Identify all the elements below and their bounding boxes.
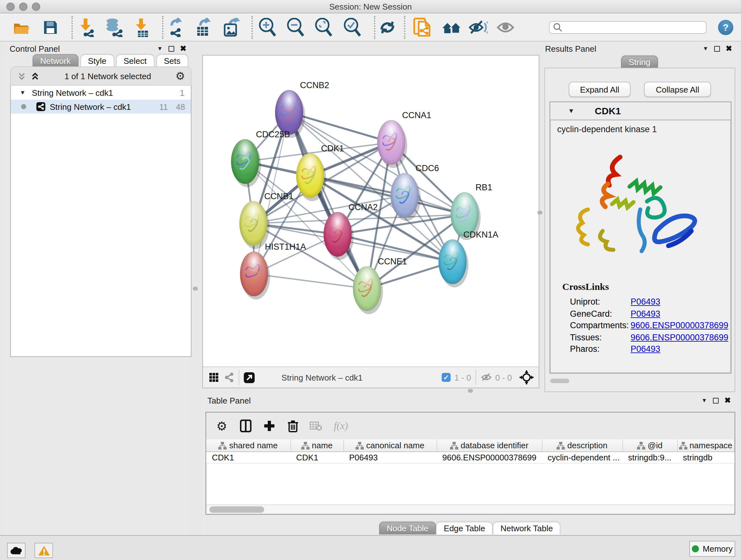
table-horizontal-scrollbar[interactable]: [207, 504, 734, 513]
memory-button[interactable]: Memory: [689, 541, 735, 557]
tab-network-table[interactable]: Network Table: [493, 522, 560, 535]
import-network-file-icon[interactable]: [77, 18, 96, 37]
cloud-status-button[interactable]: [7, 543, 25, 558]
network-view-toolbar: String Network – cdk1 ✓ 1 - 0 0 - 0: [203, 367, 539, 388]
tab-sets[interactable]: Sets: [156, 54, 188, 67]
network-node-cdkn1a[interactable]: CDKN1A: [439, 230, 498, 287]
status-bar: Memory: [0, 535, 741, 560]
close-panel-icon[interactable]: ✖: [726, 45, 732, 52]
network-edge[interactable]: [254, 274, 367, 289]
toolbar-separator: [252, 16, 253, 39]
string-import-icon[interactable]: [413, 18, 432, 37]
crosslink-uniprot[interactable]: P06493: [630, 297, 660, 307]
collapse-all-networks-icon[interactable]: [17, 71, 27, 81]
gene-card-header[interactable]: ▼ CDK1: [550, 102, 731, 120]
help-button[interactable]: ?: [718, 20, 733, 35]
network-node-ccne1[interactable]: CCNE1: [353, 257, 407, 314]
network-edge[interactable]: [289, 112, 367, 289]
node-table[interactable]: shared name name canonical name database…: [206, 439, 734, 463]
pan-crosshair-icon[interactable]: [520, 370, 534, 384]
import-table-file-icon[interactable]: [133, 18, 152, 37]
panel-menu-icon[interactable]: ▼: [703, 45, 709, 52]
panel-menu-icon[interactable]: ▼: [157, 45, 163, 52]
collapse-all-button[interactable]: Collapse All: [644, 82, 711, 97]
tab-node-table[interactable]: Node Table: [379, 522, 436, 535]
collection-expander-icon[interactable]: ▼: [20, 89, 25, 96]
search-input[interactable]: [549, 21, 706, 34]
export-network-icon[interactable]: [166, 18, 185, 37]
column-header: @id: [622, 439, 677, 451]
node-label: CCNA1: [402, 111, 431, 120]
zoom-in-icon[interactable]: [258, 18, 277, 37]
birds-eye-grid-icon[interactable]: [209, 372, 219, 382]
expand-all-button[interactable]: Expand All: [569, 82, 630, 97]
close-panel-icon[interactable]: ✖: [724, 397, 731, 403]
bottom-splitter-handle[interactable]: [468, 389, 473, 393]
table-header-row[interactable]: shared name name canonical name database…: [206, 439, 734, 451]
right-splitter-handle[interactable]: [537, 211, 542, 214]
export-table-icon[interactable]: [193, 18, 212, 37]
tab-select[interactable]: Select: [116, 54, 154, 67]
network-row[interactable]: String Network – cdk1 11 48: [11, 100, 191, 114]
crosslink-label: GeneCard:: [570, 309, 630, 318]
tab-edge-table[interactable]: Edge Table: [436, 522, 493, 535]
refresh-view-icon[interactable]: [378, 18, 397, 37]
selected-items-checkbox-icon[interactable]: ✓: [442, 373, 451, 382]
network-view[interactable]: CCNB2CCNA1CDC25BCDK1CDC6RB1CCNB1CCNA2CDK…: [202, 55, 539, 388]
left-splitter-handle[interactable]: [193, 287, 198, 291]
selected-count: 1 - 0: [455, 373, 471, 382]
open-session-icon[interactable]: [12, 18, 31, 37]
home-icon[interactable]: [441, 18, 460, 37]
control-panel-tabs: Network Style Select Sets: [32, 54, 188, 67]
zoom-fit-icon[interactable]: [314, 18, 333, 37]
tab-string[interactable]: String: [621, 56, 658, 68]
zoom-out-icon[interactable]: [286, 18, 305, 37]
column-type-icon: [301, 442, 310, 449]
results-horizontal-scrollbar[interactable]: [550, 379, 569, 383]
network-graph[interactable]: CCNB2CCNA1CDC25BCDK1CDC6RB1CCNB1CCNA2CDK…: [203, 56, 539, 367]
node-table-box: ⚙ f(x) shared name name canonical name d…: [205, 412, 735, 515]
delete-column-trash-icon[interactable]: [288, 420, 298, 432]
hidden-items-eye-icon: [481, 373, 492, 382]
show-columns-icon[interactable]: [240, 420, 252, 432]
network-list: ▼ String Network – cdk1 1 String Network…: [10, 85, 192, 357]
table-options-gear-icon[interactable]: ⚙: [216, 419, 227, 433]
table-row[interactable]: CDK1CDK1P064939606.ENSP00000378699cyclin…: [206, 451, 734, 463]
float-panel-icon[interactable]: [714, 46, 720, 51]
node-label: CCNE1: [378, 257, 407, 266]
tab-network[interactable]: Network: [32, 54, 78, 67]
network-node-cdc6[interactable]: CDC6: [391, 164, 439, 221]
network-node-hist1h1a[interactable]: HIST1H1A: [240, 242, 306, 300]
export-image-icon[interactable]: [221, 18, 241, 37]
network-node-cdc25b[interactable]: CDC25B: [231, 130, 290, 187]
network-collection-row[interactable]: ▼ String Network – cdk1 1: [11, 85, 191, 100]
hide-glass-panel-icon[interactable]: [468, 18, 488, 37]
crosslink-tissues[interactable]: 9606.ENSP00000378699: [630, 332, 728, 342]
float-panel-icon[interactable]: [713, 397, 719, 403]
crosslink-pharos[interactable]: P06493: [630, 344, 660, 354]
tab-style[interactable]: Style: [80, 54, 114, 67]
crosslink-genecard[interactable]: P06493: [630, 309, 660, 318]
node-label: RB1: [475, 183, 492, 192]
panel-menu-icon[interactable]: ▼: [701, 397, 707, 403]
network-node-ccna1[interactable]: CCNA1: [377, 111, 431, 168]
open-in-browser-icon[interactable]: [244, 372, 255, 383]
network-node-ccnb2[interactable]: CCNB2: [275, 80, 329, 138]
network-share-icon[interactable]: [224, 372, 234, 382]
gene-symbol: CDK1: [595, 105, 621, 116]
expand-all-networks-icon[interactable]: [30, 71, 40, 81]
warnings-button[interactable]: [35, 543, 53, 558]
main-toolbar: ?: [0, 13, 741, 42]
gene-card: ▼ CDK1 cyclin-dependent kinase 1: [549, 102, 731, 374]
save-session-icon[interactable]: [41, 18, 60, 37]
scrollbar-thumb[interactable]: [209, 506, 264, 513]
zoom-selected-icon[interactable]: [343, 18, 362, 37]
import-network-database-icon[interactable]: [104, 18, 123, 37]
create-column-plus-icon[interactable]: [264, 420, 275, 432]
gene-card-expander-icon[interactable]: ▼: [568, 107, 575, 114]
crosslink-compartments[interactable]: 9606.ENSP00000378699: [630, 320, 728, 330]
network-options-gear-icon[interactable]: ⚙: [176, 69, 185, 83]
show-glass-panel-icon[interactable]: [496, 18, 516, 37]
float-panel-icon[interactable]: [169, 46, 174, 51]
close-panel-icon[interactable]: ✖: [180, 45, 186, 52]
